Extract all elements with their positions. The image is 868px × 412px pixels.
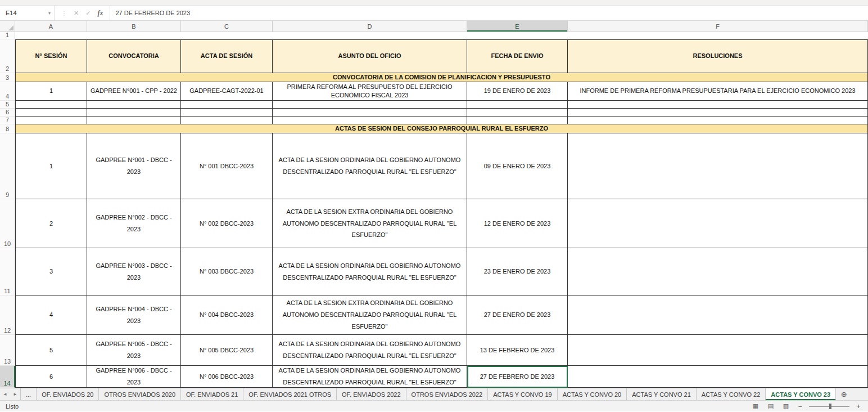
- section-header-cell-row-3[interactable]: CONVOCATORIA DE LA COMISION DE PLANIFICA…: [15, 73, 868, 82]
- cell-D7[interactable]: [273, 117, 467, 124]
- cell-C13[interactable]: N° 005 DBCC-2023: [181, 335, 273, 366]
- formula-input[interactable]: 27 DE FEBRERO DE 2023: [110, 6, 868, 20]
- cell-C7[interactable]: [181, 117, 273, 124]
- sheet-tab[interactable]: ACTAS Y CONVO 22: [697, 388, 766, 400]
- cell-D4[interactable]: PRIMERA REFORMA AL PRESUPUESTO DEL EJERC…: [273, 82, 467, 101]
- cell-B5[interactable]: [87, 101, 181, 109]
- cell-A14[interactable]: 6: [15, 366, 87, 388]
- cell-A13[interactable]: 5: [15, 335, 87, 366]
- cell-B2[interactable]: CONVOCATORIA: [87, 39, 181, 73]
- zoom-in-button[interactable]: +: [855, 402, 862, 410]
- section-header-cell-row-8[interactable]: ACTAS DE SESION DEL CONSEJO PARROQUIAL R…: [15, 124, 868, 133]
- cell-D14[interactable]: ACTA DE LA SESION ORDINARIA DEL GOBIERNO…: [273, 366, 467, 388]
- sheet-tab[interactable]: ACTAS Y CONVO 23: [766, 388, 836, 400]
- row-header-5[interactable]: 5: [0, 101, 15, 109]
- cell-A6[interactable]: [15, 109, 87, 117]
- row-header-13[interactable]: 13: [0, 335, 15, 366]
- cell-E13[interactable]: 13 DE FEBRERO DE 2023: [467, 335, 568, 366]
- cell-F9[interactable]: [568, 133, 868, 199]
- cell-D11[interactable]: ACTA DE LA SESION ORDINARIA DEL GOBIERNO…: [273, 248, 467, 295]
- row-header-9[interactable]: 9: [0, 133, 15, 199]
- cell-C5[interactable]: [181, 101, 273, 109]
- cell-E10[interactable]: 12 DE ENERO DE 2023: [467, 199, 568, 248]
- row-header-11[interactable]: 11: [0, 248, 15, 295]
- page-layout-view-icon[interactable]: ▤: [766, 402, 776, 410]
- cell-E11[interactable]: 23 DE ENERO DE 2023: [467, 248, 568, 295]
- cell-B7[interactable]: [87, 117, 181, 124]
- cell-C9[interactable]: N° 001 DBCC-2023: [181, 133, 273, 199]
- cell-E9[interactable]: 09 DE ENERO DE 2023: [467, 133, 568, 199]
- zoom-slider[interactable]: [809, 406, 849, 407]
- name-box-dropdown-icon[interactable]: ▾: [48, 11, 51, 16]
- column-header-B[interactable]: B: [87, 21, 181, 32]
- cell-E2[interactable]: FECHA DE ENVIO: [467, 39, 568, 73]
- cell-A12[interactable]: 4: [15, 295, 87, 335]
- cell-A5[interactable]: [15, 101, 87, 109]
- new-sheet-button[interactable]: ⊕: [836, 388, 852, 400]
- cell-E6[interactable]: [467, 109, 568, 117]
- cell-E12[interactable]: 27 DE ENERO DE 2023: [467, 295, 568, 335]
- cell-F13[interactable]: [568, 335, 868, 366]
- cell-C11[interactable]: N° 003 DBCC-2023: [181, 248, 273, 295]
- cell-D13[interactable]: ACTA DE LA SESION ORDINARIA DEL GOBIERNO…: [273, 335, 467, 366]
- page-break-view-icon[interactable]: ▥: [781, 402, 791, 410]
- cell-A4[interactable]: 1: [15, 82, 87, 101]
- row-header-12[interactable]: 12: [0, 295, 15, 335]
- sheet-tab[interactable]: OF. ENVIADOS 20: [37, 388, 99, 400]
- tab-nav-left-icon[interactable]: ◄: [0, 388, 10, 400]
- sheet-tab[interactable]: OTROS ENVIADOS 2022: [406, 388, 489, 400]
- cell-A9[interactable]: 1: [15, 133, 87, 199]
- sheet-tab[interactable]: OF. ENVIADOS 2021 OTROS: [243, 388, 337, 400]
- cell-D10[interactable]: ACTA DE LA SESION EXTRA ORDINARIA DEL GO…: [273, 199, 467, 248]
- cell-B6[interactable]: [87, 109, 181, 117]
- cell-D9[interactable]: ACTA DE LA SESION ORDINARIA DEL GOBIERNO…: [273, 133, 467, 199]
- sheet-tab[interactable]: ...: [20, 388, 37, 400]
- sheet-tab[interactable]: OF. ENVIADOS 21: [181, 388, 243, 400]
- cell-F5[interactable]: [568, 101, 868, 109]
- cell-F11[interactable]: [568, 248, 868, 295]
- normal-view-icon[interactable]: ▦: [751, 402, 761, 410]
- cell-D5[interactable]: [273, 101, 467, 109]
- select-all-corner[interactable]: [0, 21, 15, 32]
- zoom-slider-thumb[interactable]: [829, 404, 831, 409]
- cell-C6[interactable]: [181, 109, 273, 117]
- cell-A2[interactable]: N° SESIÓN: [15, 39, 87, 73]
- cell-D2[interactable]: ASUNTO DEL OFICIO: [273, 39, 467, 73]
- cell-E4[interactable]: 19 DE ENERO DE 2023: [467, 82, 568, 101]
- zoom-out-button[interactable]: −: [796, 402, 804, 410]
- sheet-tab[interactable]: ACTAS Y CONVO 19: [488, 388, 558, 400]
- cell-B13[interactable]: GADPREE N°005 - DBCC - 2023: [87, 335, 181, 366]
- column-header-D[interactable]: D: [273, 21, 467, 32]
- tab-nav-right-icon[interactable]: ►: [10, 388, 20, 400]
- column-header-C[interactable]: C: [181, 21, 273, 32]
- cell-B11[interactable]: GADPREE N°003 - DBCC - 2023: [87, 248, 181, 295]
- cell-A7[interactable]: [15, 117, 87, 124]
- cell-A10[interactable]: 2: [15, 199, 87, 248]
- enter-icon[interactable]: ✓: [85, 10, 91, 17]
- row-header-8[interactable]: 8: [0, 124, 15, 133]
- cell-E14[interactable]: 27 DE FEBRERO DE 2023: [467, 366, 568, 388]
- sheet-tab[interactable]: ACTAS Y CONVO 20: [558, 388, 627, 400]
- row-header-10[interactable]: 10: [0, 199, 15, 248]
- cell-B14[interactable]: GADPREE N°006 - DBCC - 2023: [87, 366, 181, 388]
- cell-D6[interactable]: [273, 109, 467, 117]
- cell-B4[interactable]: GADPREE N°001 - CPP - 2022: [87, 82, 181, 101]
- cell-E5[interactable]: [467, 101, 568, 109]
- column-header-E[interactable]: E: [467, 21, 568, 32]
- cell-F10[interactable]: [568, 199, 868, 248]
- row-header-2[interactable]: 2: [0, 39, 15, 73]
- cell-D12[interactable]: ACTA DE LA SESION EXTRA ORDINARIA DEL GO…: [273, 295, 467, 335]
- cell-F2[interactable]: RESOLUCIONES: [568, 39, 868, 73]
- cell-C4[interactable]: GADPREE-CAGT-2022-01: [181, 82, 273, 101]
- cell-C2[interactable]: ACTA DE SESIÓN: [181, 39, 273, 73]
- cell-F7[interactable]: [568, 117, 868, 124]
- name-box[interactable]: E14 ▾: [0, 6, 55, 20]
- column-header-F[interactable]: F: [568, 21, 868, 32]
- row-header-14[interactable]: 14: [0, 366, 15, 388]
- cell-B12[interactable]: GADPREE N°004 - DBCC - 2023: [87, 295, 181, 335]
- sheet-tab[interactable]: OF. ENVIADOS 2022: [337, 388, 406, 400]
- column-header-A[interactable]: A: [15, 21, 87, 32]
- cell-B10[interactable]: GADPREE N°002 - DBCC - 2023: [87, 199, 181, 248]
- cell-F12[interactable]: [568, 295, 868, 335]
- row-header-7[interactable]: 7: [0, 117, 15, 124]
